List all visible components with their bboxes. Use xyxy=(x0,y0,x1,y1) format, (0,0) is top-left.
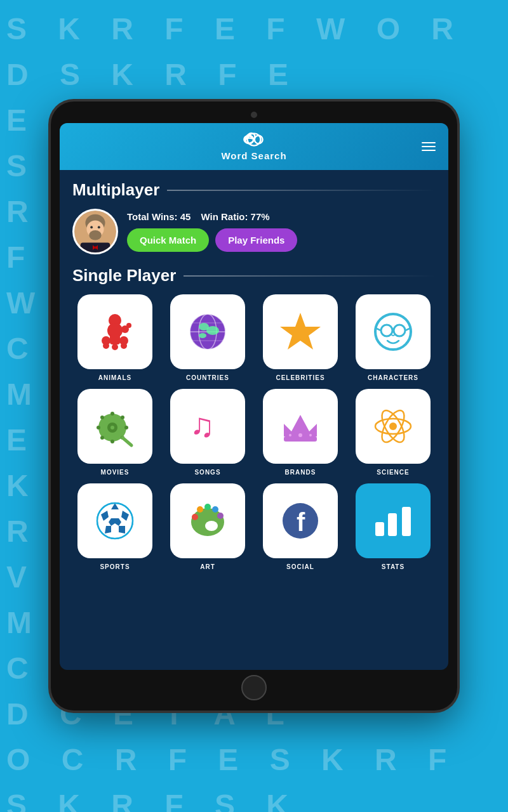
category-songs[interactable]: ♫ SONGS xyxy=(165,389,250,476)
svg-point-54 xyxy=(289,434,291,436)
animals-icon-box xyxy=(77,294,152,369)
brands-label: BRANDS xyxy=(285,469,316,476)
game-grid: ANIMALS xyxy=(72,294,436,570)
tablet-frame: Word Search Multiplayer xyxy=(51,102,457,710)
svg-point-20 xyxy=(126,323,131,328)
social-label: SOCIAL xyxy=(286,563,314,570)
svg-text:f: f xyxy=(297,508,305,536)
action-buttons: Quick Match Play Friends xyxy=(127,228,436,252)
category-countries[interactable]: COUNTRIES xyxy=(165,294,250,381)
multiplayer-title: Multiplayer xyxy=(72,180,159,200)
svg-point-10 xyxy=(94,246,97,249)
category-social[interactable]: f SOCIAL xyxy=(258,483,343,570)
celebrities-icon-box xyxy=(263,294,338,369)
art-icon-box xyxy=(170,483,245,558)
animals-label: ANIMALS xyxy=(98,374,132,381)
multiplayer-stats: Total Wins: 45 Win Ratio: 77% Quick Matc… xyxy=(127,211,436,252)
svg-point-18 xyxy=(112,344,118,350)
brands-icon-box xyxy=(263,389,338,464)
characters-icon-box xyxy=(356,294,431,369)
celebrities-label: CELEBRITIES xyxy=(276,374,324,381)
stats-row: Total Wins: 45 Win Ratio: 77% xyxy=(127,211,436,222)
stats-label: STATS xyxy=(382,563,404,570)
category-celebrities[interactable]: CELEBRITIES xyxy=(258,294,343,381)
svg-text:♫: ♫ xyxy=(190,407,215,443)
svg-point-46 xyxy=(100,416,104,419)
play-friends-button[interactable]: Play Friends xyxy=(215,228,297,252)
category-brands[interactable]: BRANDS xyxy=(258,389,343,476)
svg-marker-32 xyxy=(280,313,321,350)
movies-icon-box xyxy=(77,389,152,464)
art-label: ART xyxy=(200,563,215,570)
svg-point-31 xyxy=(199,333,206,338)
category-animals[interactable]: ANIMALS xyxy=(72,294,157,381)
svg-point-73 xyxy=(212,506,218,513)
movies-label: MOVIES xyxy=(101,469,130,476)
logo-icon xyxy=(241,132,267,150)
songs-icon-box: ♫ xyxy=(170,389,245,464)
category-science[interactable]: SCIENCE xyxy=(351,389,436,476)
menu-button[interactable] xyxy=(422,142,436,151)
stats-icon-box xyxy=(356,483,431,558)
sports-label: SPORTS xyxy=(100,563,130,570)
main-content: Multiplayer xyxy=(60,170,448,670)
svg-point-55 xyxy=(309,434,312,436)
svg-point-34 xyxy=(381,325,392,336)
svg-point-1 xyxy=(255,136,263,144)
category-art[interactable]: ART xyxy=(165,483,250,570)
svg-point-70 xyxy=(192,514,198,520)
quick-match-button[interactable]: Quick Match xyxy=(127,228,209,252)
svg-point-12 xyxy=(98,226,100,228)
svg-point-30 xyxy=(206,326,219,335)
countries-label: COUNTRIES xyxy=(186,374,229,381)
svg-point-11 xyxy=(90,226,93,228)
multiplayer-row: Total Wins: 45 Win Ratio: 77% Quick Matc… xyxy=(72,209,436,254)
social-icon-box: f xyxy=(263,483,338,558)
science-icon-box xyxy=(356,389,431,464)
single-player-divider xyxy=(184,275,436,277)
svg-point-43 xyxy=(110,440,114,443)
win-ratio: Win Ratio: 77% xyxy=(201,211,269,222)
svg-rect-77 xyxy=(375,522,384,536)
svg-point-69 xyxy=(205,521,218,531)
total-wins: Total Wins: 45 xyxy=(127,211,190,222)
tablet-camera xyxy=(251,112,257,118)
characters-label: CHARACTERS xyxy=(368,374,418,381)
single-player-title: Single Player xyxy=(72,266,176,285)
app-title: Word Search xyxy=(221,150,286,161)
tablet-screen: Word Search Multiplayer xyxy=(60,123,448,670)
category-characters[interactable]: CHARACTERS xyxy=(351,294,436,381)
svg-point-41 xyxy=(110,426,114,429)
single-player-header: Single Player xyxy=(72,266,436,285)
svg-point-74 xyxy=(217,513,224,519)
category-movies[interactable]: MOVIES xyxy=(72,389,157,476)
tablet-home-button[interactable] xyxy=(241,675,267,700)
app-logo: Word Search xyxy=(221,132,286,161)
svg-point-21 xyxy=(103,343,109,349)
svg-point-53 xyxy=(298,433,302,437)
svg-point-49 xyxy=(100,436,104,440)
songs-label: SONGS xyxy=(194,469,220,476)
svg-rect-79 xyxy=(402,507,411,536)
svg-rect-78 xyxy=(388,513,397,536)
svg-rect-52 xyxy=(284,436,317,442)
svg-rect-17 xyxy=(110,334,120,344)
app-header: Word Search xyxy=(60,123,448,170)
user-avatar xyxy=(72,209,118,254)
multiplayer-header: Multiplayer xyxy=(72,180,436,200)
menu-line-1 xyxy=(422,142,436,143)
svg-line-50 xyxy=(123,438,131,445)
menu-line-3 xyxy=(422,150,436,151)
multiplayer-divider xyxy=(167,190,436,191)
svg-point-48 xyxy=(121,416,124,419)
svg-point-42 xyxy=(110,412,114,416)
countries-icon-box xyxy=(170,294,245,369)
category-sports[interactable]: SPORTS xyxy=(72,483,157,570)
svg-point-35 xyxy=(394,325,405,336)
category-stats[interactable]: STATS xyxy=(351,483,436,570)
sports-icon-box xyxy=(77,483,152,558)
svg-marker-63 xyxy=(119,526,125,534)
svg-point-6 xyxy=(89,230,101,240)
science-label: SCIENCE xyxy=(377,469,409,476)
svg-point-71 xyxy=(197,506,203,513)
